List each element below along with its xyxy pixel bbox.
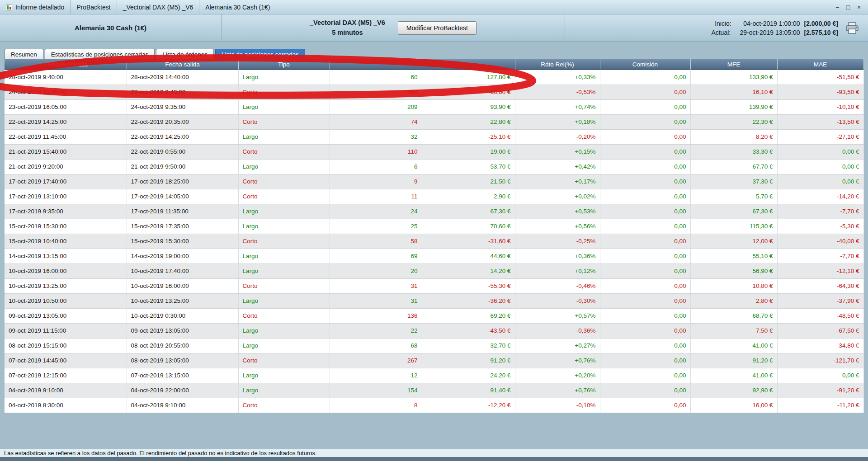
rel-return-cell: +0,74% [515,99,600,114]
titlebar-segment-system[interactable]: _Vectorial DAX (M5) _V6 [117,0,200,14]
position-row[interactable]: 28-oct-2019 9:40:0028-oct-2019 14:40:00L… [5,70,863,85]
exit-date-cell: 10-oct-2019 17:40:00 [127,263,238,278]
mfe-cell: 68,70 € [690,308,777,323]
bottom-strip [0,457,868,461]
position-row[interactable]: 09-oct-2019 11:15:0009-oct-2019 13:05:00… [5,323,863,338]
mfe-cell: 115,30 € [690,219,777,234]
position-row[interactable]: 04-oct-2019 8:30:0004-oct-2019 9:10:00Co… [5,398,863,413]
mfe-cell: 12,00 € [690,234,777,249]
position-row[interactable]: 17-oct-2019 9:35:0017-oct-2019 11:35:00L… [5,204,863,219]
bars-cell: 267 [330,353,422,368]
exit-date-cell: 17-oct-2019 11:35:00 [127,204,238,219]
commission-cell: 0,00 [600,383,690,398]
profit-cell: 44,60 € [422,249,515,263]
sort-ascending-icon: ↑ [43,61,46,68]
mae-cell: -37,90 € [777,293,863,308]
type-cell: Corto [238,308,330,323]
type-cell: Largo [238,99,330,114]
column-header-mfe[interactable]: MFE [690,59,777,70]
titlebar-segment-label: ProBacktest [76,4,110,11]
column-header-mae[interactable]: MAE [777,59,863,70]
position-row[interactable]: 10-oct-2019 13:25:0010-oct-2019 16:00:00… [5,278,863,293]
profit-cell: 19,00 € [422,144,515,159]
exit-date-cell: 17-oct-2019 18:25:00 [127,174,238,189]
position-row[interactable]: 15-oct-2019 15:30:0015-oct-2019 17:35:00… [5,219,863,234]
position-row[interactable]: 10-oct-2019 16:00:0010-oct-2019 17:40:00… [5,263,863,278]
position-row[interactable]: 24-oct-2019 10:40:0028-oct-2019 9:40:00C… [5,85,863,99]
bars-cell: 24 [330,204,422,219]
entry-date-cell: 23-oct-2019 16:05:00 [5,99,127,114]
column-header-label: Comisión [632,61,658,68]
mfe-cell: 56,90 € [690,263,777,278]
mae-cell: 0,00 € [777,174,863,189]
bars-cell: 74 [330,114,422,129]
type-cell: Corto [238,353,330,368]
maximize-icon[interactable]: □ [844,3,853,12]
tab-estad-sticas-de-posiciones-cerradas[interactable]: Estadísticas de posiciones cerradas [45,49,155,59]
mae-cell: -27,10 € [777,129,863,144]
rel-return-cell: +0,53% [515,204,600,219]
commission-cell: 0,00 [600,278,690,293]
position-row[interactable]: 07-oct-2019 12:15:0007-oct-2019 13:15:00… [5,368,863,383]
position-row[interactable]: 09-oct-2019 13:05:0010-oct-2019 0:30:00C… [5,308,863,323]
position-row[interactable]: 08-oct-2019 15:15:0008-oct-2019 20:55:00… [5,338,863,353]
mfe-cell: 16,00 € [690,398,777,413]
position-row[interactable]: 15-oct-2019 10:40:0015-oct-2019 15:30:00… [5,234,863,249]
bars-cell: 68 [330,338,422,353]
type-cell: Corto [238,85,330,99]
mfe-cell: 5,70 € [690,189,777,204]
type-cell: Corto [238,398,330,413]
position-row[interactable]: 23-oct-2019 16:05:0024-oct-2019 9:35:00L… [5,99,863,114]
commission-cell: 0,00 [600,159,690,174]
printer-icon[interactable] [845,22,859,34]
bars-cell: 154 [330,383,422,398]
bars-cell: 22 [330,323,422,338]
commission-cell: 0,00 [600,204,690,219]
entry-date-cell: 04-oct-2019 8:30:00 [5,398,127,413]
minimize-icon[interactable]: − [833,3,842,12]
commission-cell: 0,00 [600,293,690,308]
profit-cell: -36,20 € [422,293,515,308]
type-cell: Largo [238,249,330,263]
position-row[interactable]: 07-oct-2019 14:45:0008-oct-2019 13:05:00… [5,353,863,368]
position-row[interactable]: 17-oct-2019 17:40:0017-oct-2019 18:25:00… [5,174,863,189]
position-row[interactable]: 14-oct-2019 13:15:0014-oct-2019 19:00:00… [5,249,863,263]
titlebar-segment-informe[interactable]: Informe detallado [0,0,71,14]
titlebar-segment-probacktest[interactable]: ProBacktest [71,0,117,14]
tab-lista-de-rdenes[interactable]: Lista de órdenes [156,49,214,59]
position-row[interactable]: 22-oct-2019 14:25:0022-oct-2019 20:35:00… [5,114,863,129]
close-icon[interactable]: × [854,3,863,12]
type-cell: Largo [238,70,330,85]
modify-probacktest-button[interactable]: Modificar ProBacktest [398,21,476,35]
position-row[interactable]: 04-oct-2019 9:10:0004-oct-2019 22:00:00L… [5,383,863,398]
mfe-cell: 91,20 € [690,353,777,368]
exit-date-cell: 24-oct-2019 9:35:00 [127,99,238,114]
profit-cell: 69,20 € [422,308,515,323]
position-row[interactable]: 17-oct-2019 13:10:0017-oct-2019 14:05:00… [5,189,863,204]
tab-lista-de-posiciones-cerradas[interactable]: Lista de posiciones cerradas [215,49,305,59]
column-header-fecha-salida[interactable]: Fecha salida [127,59,238,70]
column-header-obscured-4[interactable] [422,59,515,70]
column-header-comisi-n[interactable]: Comisión [600,59,690,70]
commission-cell: 0,00 [600,174,690,189]
exit-date-cell: 04-oct-2019 22:00:00 [127,383,238,398]
column-header-tipo[interactable]: Tipo [238,59,330,70]
tab-resumen[interactable]: Resumen [5,49,43,59]
current-line: Actual: 29-oct-2019 13:05:00 [2.575,10 €… [711,29,838,36]
position-row[interactable]: 21-oct-2019 9:20:0021-oct-2019 9:50:00La… [5,159,863,174]
type-cell: Largo [238,323,330,338]
column-header-obscured-3[interactable] [330,59,422,70]
position-row[interactable]: 10-oct-2019 10:50:0010-oct-2019 13:25:00… [5,293,863,308]
profit-cell: -43,50 € [422,323,515,338]
profit-cell: 24,20 € [422,368,515,383]
position-row[interactable]: 21-oct-2019 15:40:0022-oct-2019 0:55:00C… [5,144,863,159]
column-header-fecha-entrada[interactable]: ↑Fecha entrada [5,59,127,70]
commission-cell: 0,00 [600,368,690,383]
entry-date-cell: 28-oct-2019 9:40:00 [5,70,127,85]
rel-return-cell: +0,12% [515,263,600,278]
position-row[interactable]: 22-oct-2019 11:45:0022-oct-2019 14:25:00… [5,129,863,144]
exit-date-cell: 08-oct-2019 13:05:00 [127,353,238,368]
type-cell: Corto [238,144,330,159]
column-header-rdto-rel[interactable]: Rdto Rel(%) [515,59,600,70]
titlebar-segment-instrument[interactable]: Alemania 30 Cash (1€) [199,0,276,14]
